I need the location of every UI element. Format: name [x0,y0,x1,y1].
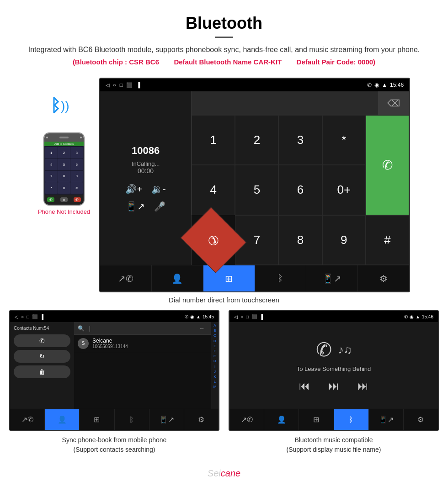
mu-bottom-contacts[interactable]: 👤 [264,409,299,430]
contact-info: Seicane 10655059113144 [92,338,128,349]
alpha-M[interactable]: M [213,384,217,389]
phone-key-1[interactable]: 1 [45,147,58,159]
mu-bottom-phone[interactable]: ↗✆ [229,409,264,430]
page-title: Bluetooth [27,14,421,33]
phone-key-hash[interactable]: # [70,182,83,194]
alpha-D[interactable]: D [213,338,216,344]
contact-entry[interactable]: S Seicane 10655059113144 [74,335,211,352]
pb-media-icon: ⬛ [32,314,37,319]
phone-mockup: Add to Contacts 1 2 3 4 5 6 7 8 9 * 0 # … [43,132,85,206]
watermark: Seicane [0,464,448,483]
key-2[interactable]: 2 [235,115,278,165]
phone-transfer-row: 📱↗ 🎤 [126,201,165,212]
bottom-contacts-btn[interactable]: 👤 [152,265,203,291]
phone-call-btn[interactable]: ✆ [47,197,54,202]
alpha-H[interactable]: H [213,359,216,364]
volume-up-icon[interactable]: 🔊+ [125,184,142,195]
backspace-button[interactable]: ⌫ [378,91,409,115]
mu-wifi-icon: ▲ [416,314,420,319]
call-button[interactable]: ✆ [366,115,409,215]
phone-key-9[interactable]: 9 [70,171,83,182]
car-status-bar: ◁ ○ □ ⬛ ▐ ✆ ◉ ▲ 15:46 [100,79,409,91]
mu-bottom-transfer[interactable]: 📱↗ [369,409,404,430]
mu-home-icon: ○ [240,314,243,319]
mu-phone-icon: ✆ [404,314,408,319]
phone-key-7[interactable]: 7 [45,171,58,182]
phone-key-star[interactable]: * [45,182,58,194]
bottom-phone-btn[interactable]: ↗✆ [100,265,152,291]
pb-loc-icon: ◉ [190,314,194,319]
alpha-C[interactable]: C [213,333,216,338]
pb-bottom-dialpad[interactable]: ⊞ [80,409,114,430]
pb-call-btn[interactable]: ✆ [14,334,70,347]
alpha-L[interactable]: L [214,379,216,384]
mu-bottom-dialpad[interactable]: ⊞ [299,409,334,430]
phonebook-left-panel: Contacts Num:54 ✆ ↻ 🗑 [10,322,74,409]
bottom-transfer-btn[interactable]: 📱↗ [306,265,358,291]
pb-bottom-settings[interactable]: ⚙ [184,409,219,430]
microphone-icon[interactable]: 🎤 [154,201,165,212]
alpha-F[interactable]: F [214,349,216,354]
alpha-G[interactable]: G [213,354,216,359]
pb-sync-btn[interactable]: ↻ [14,350,70,363]
pb-trash-icon: 🗑 [39,368,45,375]
mu-bottom-settings[interactable]: ⚙ [404,409,438,430]
bottom-bluetooth-btn[interactable]: ᛒ [255,265,307,291]
key-1[interactable]: 1 [192,115,235,165]
alpha-A[interactable]: A [213,323,216,328]
key-3[interactable]: 3 [278,115,322,165]
pb-bottom-transfer[interactable]: 📱↗ [149,409,184,430]
music-song-title: To Leave Something Behind [297,365,371,372]
bottom-settings-btn[interactable]: ⚙ [358,265,409,291]
phone-key-8[interactable]: 8 [58,171,70,182]
bottom-dialpad-btn[interactable]: ⊞ [203,265,255,291]
alpha-J[interactable]: J [214,369,216,374]
phone-transfer-icon[interactable]: 📱↗ [126,201,145,212]
key-9[interactable]: 9 [322,215,366,265]
key-hash[interactable]: # [366,215,409,265]
mu-phone-out-icon: ↗✆ [241,415,253,424]
dialpad-area: ⌫ 1 2 3 * ✆ 4 5 6 0+ ✆ 7 8 9 [192,91,409,265]
mu-bottom-bt[interactable]: ᛒ [334,409,369,430]
dialpad-icon: ⊞ [225,273,233,284]
key-star[interactable]: * [322,115,366,165]
bottom-row: ◁ ○ □ ⬛ ▐ ✆ ◉ ▲ 15:45 Contacts Num:54 ✆ [0,310,448,431]
phone-key-6[interactable]: 6 [70,159,83,170]
mu-dialpad-icon: ⊞ [313,415,319,424]
pb-bottom-contacts[interactable]: 👤 [45,409,80,430]
phone-screen-header: Add to Contacts [44,142,84,146]
caption-pb-text: Sync phone-book from mobile phone(Suppor… [62,436,167,453]
volume-down-icon[interactable]: 🔉- [151,184,166,195]
play-pause-button[interactable]: ⏭ [328,380,339,392]
contacts-icon: 👤 [171,273,183,284]
phone-key-3[interactable]: 3 [70,147,83,159]
phone-key-5[interactable]: 5 [58,159,70,170]
alpha-B[interactable]: B [213,328,216,333]
alpha-I[interactable]: I [214,364,215,369]
key-5[interactable]: 5 [235,165,278,215]
phone-end-btn[interactable]: ✆ [74,197,81,202]
mu-status-right: ✆ ◉ ▲ 15:46 [404,314,433,319]
time-display: 15:46 [390,82,404,88]
next-track-button[interactable]: ⏭ [357,380,368,392]
key-6[interactable]: 6 [278,165,322,215]
phone-zero-btn[interactable]: 0 [60,197,68,202]
phone-key-4[interactable]: 4 [45,159,58,170]
pb-delete-btn[interactable]: 🗑 [14,365,70,378]
alpha-K[interactable]: K [213,374,216,379]
music-note-icon: ♪♫ [338,344,352,356]
pb-bottom-phone[interactable]: ↗✆ [10,409,45,430]
search-bar[interactable]: 🔍 | ← [74,322,211,335]
key-0plus[interactable]: 0+ [322,165,366,215]
phone-key-2[interactable]: 2 [58,147,70,159]
dialpad-input [192,91,378,115]
backspace-icon: ⌫ [387,98,400,109]
pb-bottom-bt[interactable]: ᛒ [115,409,149,430]
pb-back-icon: ◁ [15,314,18,319]
pb-transfer-icon: 📱↗ [159,415,174,424]
key-8[interactable]: 8 [278,215,322,265]
alpha-E[interactable]: E [213,344,216,349]
key-4[interactable]: 4 [192,165,235,215]
prev-track-button[interactable]: ⏮ [299,380,310,392]
phone-key-0[interactable]: 0 [58,182,70,194]
